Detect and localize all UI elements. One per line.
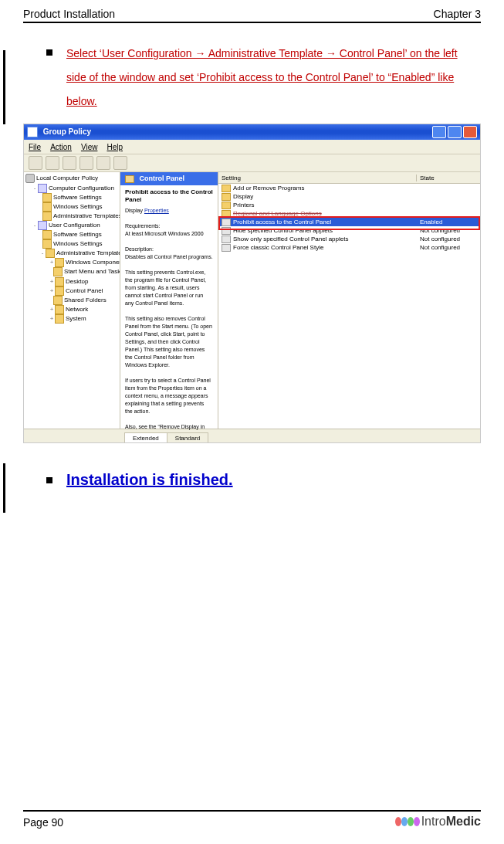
settings-list: Setting State Add or Remove ProgramsDisp…: [218, 172, 480, 429]
tree-at4[interactable]: Control Panel: [66, 287, 103, 294]
finish-step: Installation is finished.: [66, 471, 473, 489]
maximize-button[interactable]: [448, 126, 462, 138]
minimize-button[interactable]: [432, 126, 446, 138]
folder-icon: [55, 286, 64, 296]
menu-action[interactable]: Action: [50, 143, 72, 151]
logo-text: IntroIntroMedicMedic: [421, 815, 481, 829]
policy-icon: [222, 227, 231, 235]
folder-icon: [222, 210, 231, 218]
category-header: Control Panel: [120, 172, 218, 185]
tree-at6[interactable]: Network: [66, 306, 88, 313]
up-button[interactable]: [63, 156, 76, 170]
tree-root[interactable]: Local Computer Policy: [36, 175, 98, 182]
desc-text: Disables all Control Panel programs.: [125, 254, 213, 259]
list-row[interactable]: Force classic Control Panel StyleNot con…: [218, 243, 480, 252]
list-row[interactable]: Regional and Language Options: [218, 209, 480, 218]
header-left: Product Installation: [23, 8, 115, 20]
page-header: Product Installation Chapter 3: [23, 8, 481, 23]
toolbar: [24, 154, 480, 172]
config-icon: [38, 221, 47, 230]
list-row[interactable]: Display: [218, 192, 480, 201]
tree-at2[interactable]: Start Menu and Taskbar: [64, 269, 120, 276]
row-setting-name: Hide specified Control Panel applets: [233, 227, 333, 234]
policy-icon: [222, 219, 231, 226]
list-row[interactable]: Hide specified Control Panel appletsNot …: [218, 226, 480, 235]
col-setting[interactable]: Setting: [218, 175, 417, 181]
tree-uc1[interactable]: Software Settings: [53, 231, 102, 238]
instruction-text: Select ‘User Configuration → Administrat…: [66, 47, 458, 107]
tree-uc3[interactable]: Administrative Templates: [56, 249, 120, 256]
row-setting-name: Display: [233, 193, 253, 200]
policy-icon: [222, 236, 231, 243]
folder-icon: [55, 277, 64, 286]
refresh-button[interactable]: [96, 156, 110, 170]
logo-petals-icon: [395, 817, 420, 826]
tab-extended[interactable]: Extended: [124, 432, 167, 443]
nav-tree[interactable]: Local Computer Policy -Computer Configur…: [24, 172, 120, 429]
folder-icon: [55, 258, 64, 267]
menu-bar: File Action View Help: [24, 140, 480, 154]
row-state: Not configured: [417, 236, 480, 242]
tree-cc1[interactable]: Software Settings: [53, 194, 102, 201]
group-policy-window: Group Policy File Action View Help: [23, 124, 481, 443]
req-text: At least Microsoft Windows 2000: [125, 231, 204, 236]
display-label: Display: [125, 208, 143, 213]
config-icon: [38, 184, 47, 193]
square-bullet-icon: [46, 49, 52, 56]
description-pane: Control Panel Prohibit access to the Con…: [120, 172, 218, 429]
properties-link[interactable]: Properties: [144, 208, 169, 213]
forward-button[interactable]: [46, 156, 59, 170]
col-state[interactable]: State: [417, 175, 480, 181]
menu-help[interactable]: Help: [107, 143, 123, 151]
folder-icon: [53, 267, 63, 276]
folder-icon: [222, 202, 231, 209]
list-row[interactable]: Printers: [218, 201, 480, 209]
row-setting-name: Printers: [233, 202, 255, 208]
row-setting-name: Regional and Language Options: [233, 210, 322, 217]
row-setting-name: Force classic Control Panel Style: [233, 244, 323, 251]
tree-at3[interactable]: Desktop: [66, 278, 88, 285]
window-title: Group Policy: [43, 127, 91, 136]
page-number: Page 90: [23, 816, 63, 829]
intromedic-logo: IntroIntroMedicMedic: [395, 815, 481, 829]
tree-at7[interactable]: System: [66, 315, 86, 322]
row-state: Enabled: [417, 219, 480, 225]
desc-p2: This setting prevents Control.exe, the p…: [125, 269, 206, 306]
tree-uc2[interactable]: Windows Settings: [53, 240, 103, 247]
row-setting-name: Show only specified Control Panel applet…: [233, 236, 348, 242]
list-row[interactable]: Add or Remove Programs: [218, 184, 480, 192]
back-button[interactable]: [29, 156, 42, 170]
desc-p4: If users try to select a Control Panel i…: [125, 378, 211, 414]
help-button[interactable]: [113, 156, 127, 170]
desc-label: Description:: [125, 246, 154, 252]
desc-p3: This setting also removes Control Panel …: [125, 316, 212, 368]
finish-text: Installation is finished.: [66, 471, 233, 488]
props-button[interactable]: [79, 156, 93, 170]
header-right: Chapter 3: [434, 8, 481, 20]
tree-usercfg[interactable]: User Configuration: [49, 222, 100, 229]
list-row[interactable]: Show only specified Control Panel applet…: [218, 235, 480, 243]
tree-at1[interactable]: Windows Components: [66, 259, 120, 266]
folder-icon: [46, 249, 55, 258]
tree-cc3[interactable]: Administrative Templates: [53, 212, 120, 219]
menu-file[interactable]: File: [29, 143, 41, 151]
row-setting-name: Prohibit access to the Control Panel: [233, 219, 331, 225]
tab-strip: Extended Standard: [24, 429, 480, 443]
folder-white-icon: [125, 175, 134, 183]
tree-cc2[interactable]: Windows Settings: [53, 203, 103, 210]
close-button[interactable]: [463, 126, 477, 138]
folder-icon: [222, 193, 231, 201]
folder-icon: [55, 305, 64, 314]
list-header[interactable]: Setting State: [218, 172, 480, 184]
policy-title: Prohibit access to the Control Panel: [125, 188, 213, 204]
tree-compcfg[interactable]: Computer Configuration: [49, 185, 114, 192]
square-bullet-icon: [46, 477, 52, 483]
menu-view[interactable]: View: [81, 143, 98, 151]
list-row[interactable]: Prohibit access to the Control PanelEnab…: [218, 218, 480, 226]
folder-icon: [222, 185, 231, 192]
title-bar[interactable]: Group Policy: [24, 124, 480, 140]
folder-icon: [53, 296, 63, 305]
tab-standard[interactable]: Standard: [167, 432, 208, 443]
folder-icon: [42, 230, 52, 239]
tree-at5[interactable]: Shared Folders: [64, 297, 107, 303]
